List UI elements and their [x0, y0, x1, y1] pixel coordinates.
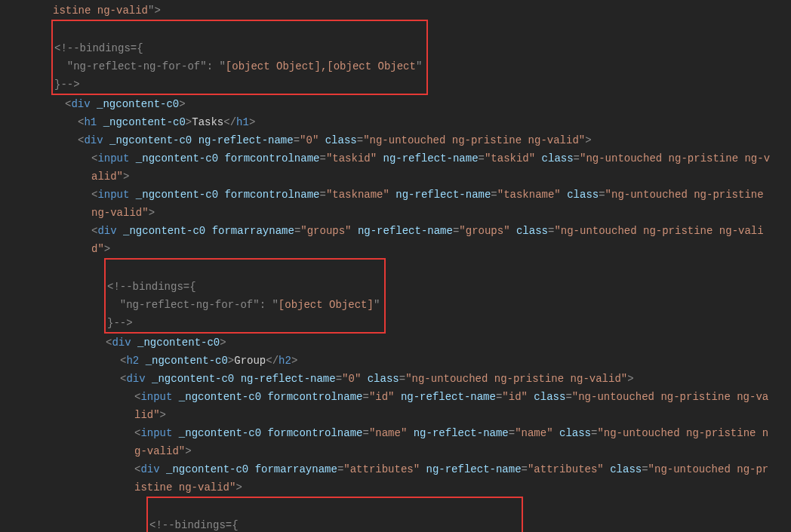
element-div[interactable]: <div _ngcontent-c0 formarrayname="groups…	[0, 222, 791, 258]
highlighted-comment[interactable]: <!--bindings={ "ng-reflect-ng-for-of": "…	[0, 258, 791, 334]
element-input[interactable]: <input _ngcontent-c0 formcontrolname="id…	[0, 388, 791, 424]
element-div[interactable]: <div _ngcontent-c0>	[0, 334, 791, 352]
element-div[interactable]: <div _ngcontent-c0 formarrayname="attrib…	[0, 460, 791, 497]
element-input[interactable]: <input _ngcontent-c0 formcontrolname="ta…	[0, 186, 791, 222]
element-div[interactable]: <div _ngcontent-c0 ng-reflect-name="0" c…	[0, 131, 791, 149]
element-div[interactable]: <div _ngcontent-c0 ng-reflect-name="0" c…	[0, 370, 791, 388]
element-h2[interactable]: <h2 _ngcontent-c0>Group</h2>	[0, 352, 791, 370]
element-div[interactable]: <div _ngcontent-c0>	[0, 95, 791, 113]
code-line[interactable]: istine ng-valid">	[0, 2, 791, 20]
highlighted-comment[interactable]: <!--bindings={ "ng-reflect-ng-for-of": "…	[0, 20, 791, 95]
dom-tree: istine ng-valid"> <!--bindings={ "ng-ref…	[0, 0, 791, 532]
element-input[interactable]: <input _ngcontent-c0 formcontrolname="na…	[0, 424, 791, 460]
highlighted-comment[interactable]: <!--bindings={ "ng-reflect-ng-for-of": "…	[0, 497, 791, 532]
element-h1[interactable]: <h1 _ngcontent-c0>Tasks</h1>	[0, 113, 791, 131]
element-input[interactable]: <input _ngcontent-c0 formcontrolname="ta…	[0, 149, 791, 186]
